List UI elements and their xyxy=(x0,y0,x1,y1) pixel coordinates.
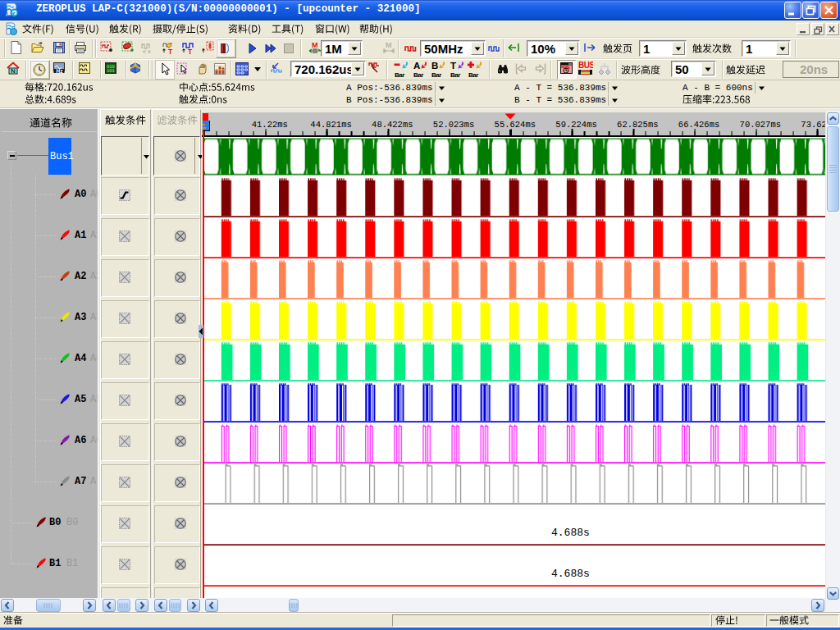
svg-text:M: M xyxy=(386,41,392,49)
svg-text:Bar: Bar xyxy=(431,71,441,79)
svg-text:Bar: Bar xyxy=(395,71,404,79)
svg-text:Bar: Bar xyxy=(413,71,423,79)
svg-text:T: T xyxy=(188,48,193,55)
svg-text:Bar: Bar xyxy=(468,71,478,79)
svg-text:Hz: Hz xyxy=(57,68,64,74)
svg-text:101: 101 xyxy=(107,68,116,74)
svg-text:T: T xyxy=(168,48,173,55)
svg-text:Bar: Bar xyxy=(450,71,460,79)
svg-text:B: B xyxy=(431,61,438,71)
svg-text:BUS: BUS xyxy=(578,61,593,70)
svg-text:T: T xyxy=(450,61,456,71)
svg-text:N: N xyxy=(11,67,16,75)
svg-text:A: A xyxy=(413,61,420,71)
svg-text:M: M xyxy=(312,41,318,49)
